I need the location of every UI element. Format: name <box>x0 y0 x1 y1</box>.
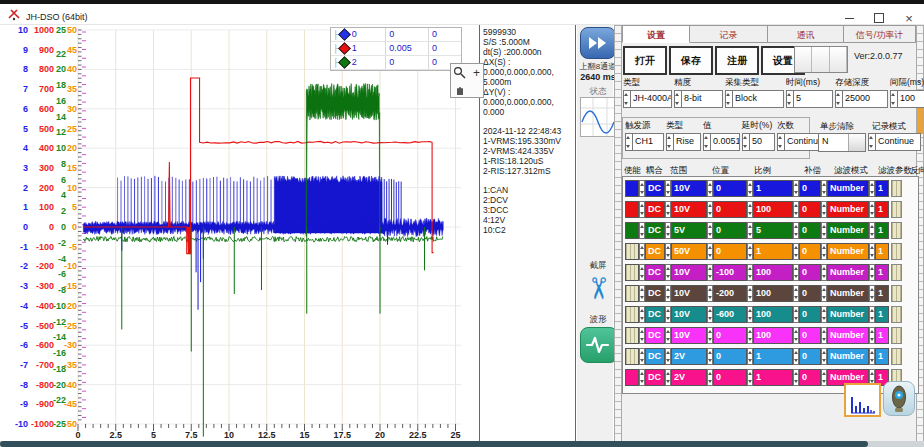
spinner[interactable] <box>869 285 875 302</box>
position-combo[interactable]: 0 <box>713 243 747 260</box>
spinner[interactable] <box>703 133 711 151</box>
scale-combo[interactable]: 1 <box>753 243 793 260</box>
spinner[interactable] <box>747 327 753 344</box>
spinner[interactable] <box>747 285 753 302</box>
spinner[interactable] <box>869 201 875 218</box>
spinner[interactable] <box>793 264 799 281</box>
scale-combo[interactable]: 5 <box>753 222 793 239</box>
invert-checkbox[interactable] <box>891 222 902 239</box>
spinner[interactable] <box>821 264 827 281</box>
spinner[interactable] <box>707 348 713 365</box>
range-combo[interactable]: 10V <box>671 306 707 323</box>
spinner[interactable] <box>707 264 713 281</box>
trigger-field-combo[interactable]: 50 <box>742 133 775 151</box>
offset-combo[interactable]: 0 <box>799 222 821 239</box>
histogram-view-button[interactable] <box>844 383 881 417</box>
spinner[interactable] <box>793 222 799 239</box>
spinner[interactable] <box>747 369 753 386</box>
spinner[interactable] <box>707 180 713 197</box>
spinner[interactable] <box>639 201 645 218</box>
acq-field-combo[interactable]: Block <box>725 90 784 108</box>
offset-combo[interactable]: 0 <box>799 369 821 386</box>
button-注册[interactable]: 注册 <box>715 46 759 75</box>
range-combo[interactable]: 10V <box>671 180 707 197</box>
filter_param-combo[interactable]: 1 <box>875 180 889 197</box>
spinner[interactable] <box>639 222 645 239</box>
spinner[interactable] <box>793 180 799 197</box>
single-step-clear-control[interactable]: N <box>818 133 866 152</box>
tab-记录[interactable]: 记录 <box>690 25 768 43</box>
range-combo[interactable]: 10V <box>671 327 707 344</box>
zoom-in-icon[interactable] <box>453 66 466 79</box>
position-combo[interactable]: 0 <box>713 327 747 344</box>
cursor-legend-table[interactable]: ├000├10.0050├200├300 <box>330 27 462 71</box>
spinner[interactable] <box>665 306 671 323</box>
button-保存[interactable]: 保存 <box>669 46 713 75</box>
spinner[interactable] <box>821 180 827 197</box>
filter_mode-combo[interactable]: Number <box>827 264 869 281</box>
spinner[interactable] <box>665 348 671 365</box>
spinner[interactable] <box>747 201 753 218</box>
status-waveform-thumbnail[interactable] <box>580 97 618 137</box>
invert-checkbox[interactable] <box>891 201 902 218</box>
filter_param-combo[interactable]: 1 <box>875 243 889 260</box>
waveform-view-button[interactable] <box>580 327 618 363</box>
range-combo[interactable]: 10V <box>671 264 707 281</box>
position-combo[interactable]: -600 <box>713 306 747 323</box>
scope-plot-area[interactable]: 109876543210-1-2-3-4-5-6-7-8-9-101000900… <box>0 25 478 442</box>
enable-checkbox[interactable] <box>625 243 639 260</box>
spinner[interactable] <box>707 222 713 239</box>
scope-waveform-canvas[interactable]: 109876543210-1-2-3-4-5-6-7-8-9-101000900… <box>0 25 478 442</box>
spinner[interactable] <box>786 90 794 108</box>
legend-row[interactable]: ├300 <box>331 70 461 71</box>
spinner[interactable] <box>665 243 671 260</box>
acq-field-combo[interactable]: 100 <box>890 90 924 108</box>
spinner[interactable] <box>665 264 671 281</box>
spinner[interactable] <box>821 285 827 302</box>
offset-combo[interactable]: 0 <box>799 201 821 218</box>
range-combo[interactable]: 50V <box>671 243 707 260</box>
enable-checkbox[interactable] <box>625 180 639 197</box>
coupling-combo[interactable]: DC <box>645 285 665 302</box>
scrollbar-thumb[interactable] <box>0 441 868 447</box>
position-combo[interactable]: 0 <box>713 180 747 197</box>
coupling-combo[interactable]: DC <box>645 201 665 218</box>
tab-通讯[interactable]: 通讯 <box>768 25 844 43</box>
trigger-field-combo[interactable]: CH1 <box>625 133 664 151</box>
scale-combo[interactable]: 1 <box>753 348 793 365</box>
enable-checkbox[interactable] <box>625 201 639 218</box>
range-combo[interactable]: 10V <box>671 285 707 302</box>
spinner[interactable] <box>707 327 713 344</box>
spinner[interactable] <box>639 264 645 281</box>
spinner[interactable] <box>869 243 875 260</box>
tab-信号/功率计[interactable]: 信号/功率计 <box>844 25 916 43</box>
offset-combo[interactable]: 0 <box>799 327 821 344</box>
record-mode-combo[interactable]: Continue <box>868 133 921 151</box>
spinner[interactable] <box>793 243 799 260</box>
spinner[interactable] <box>793 306 799 323</box>
filter_param-combo[interactable]: 1 <box>875 201 889 218</box>
scale-combo[interactable]: 100 <box>753 201 793 218</box>
spinner[interactable] <box>665 285 671 302</box>
filter_mode-combo[interactable]: Number <box>827 285 869 302</box>
invert-checkbox[interactable] <box>891 180 902 197</box>
spinner[interactable] <box>666 133 674 151</box>
spinner[interactable] <box>665 180 671 197</box>
offset-combo[interactable]: 0 <box>799 180 821 197</box>
position-combo[interactable]: 0 <box>713 348 747 365</box>
offset-combo[interactable]: 0 <box>799 264 821 281</box>
spinner[interactable] <box>639 306 645 323</box>
spinner[interactable] <box>821 243 827 260</box>
enable-checkbox[interactable] <box>625 222 639 239</box>
spinner[interactable] <box>665 201 671 218</box>
spinner[interactable] <box>869 180 875 197</box>
invert-checkbox[interactable] <box>891 264 902 281</box>
spinner[interactable] <box>639 243 645 260</box>
spinner[interactable] <box>707 285 713 302</box>
spinner[interactable] <box>869 264 875 281</box>
spinner[interactable] <box>707 201 713 218</box>
spinner[interactable] <box>793 369 799 386</box>
scale-combo[interactable]: 100 <box>753 264 793 281</box>
filter_mode-combo[interactable]: Number <box>827 201 869 218</box>
coupling-combo[interactable]: DC <box>645 180 665 197</box>
